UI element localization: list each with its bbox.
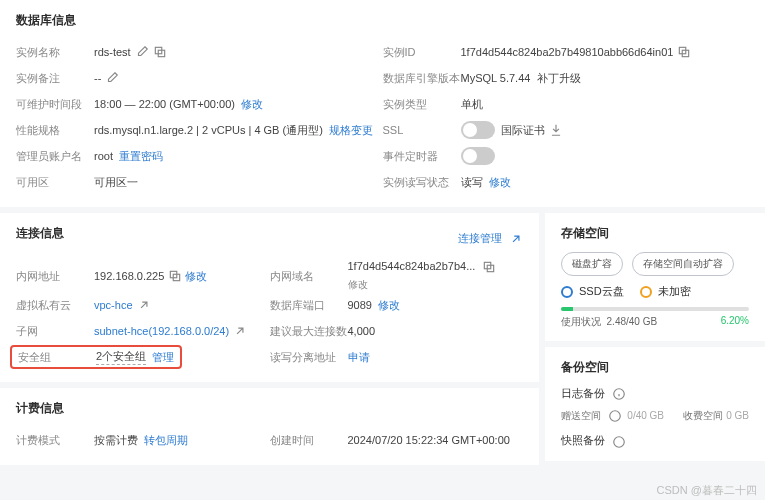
free-label: 赠送空间 [561,410,601,421]
value-remark: -- [94,72,101,84]
reset-password-link[interactable]: 重置密码 [119,149,163,164]
usage-percent: 6.20% [721,315,749,329]
security-group-highlight: 安全组 2个安全组 管理 [10,345,182,369]
value-vpc[interactable]: vpc-hce [94,299,133,311]
value-rw: 读写 [461,175,483,190]
auto-expand-button[interactable]: 存储空间自动扩容 [632,252,734,276]
log-backup-label: 日志备份 [561,387,605,399]
label-spec: 性能规格 [16,123,94,138]
label-admin: 管理员账户名 [16,149,94,164]
domain-edit-link[interactable]: 修改 [348,278,497,292]
edit-icon[interactable] [105,71,119,85]
copy-icon[interactable] [153,45,167,59]
value-spec: rds.mysql.n1.large.2 | 2 vCPUs | 4 GB (通… [94,123,323,138]
rw-edit-link[interactable]: 修改 [489,175,511,190]
storage-card: 存储空间 磁盘扩容 存储空间自动扩容 SSD云盘 未加密 使用状况 2.48/4… [545,213,765,341]
backup-card: 备份空间 日志备份 赠送空间 0/40 GB 收费空间 0 GB 快照备份 [545,347,765,461]
info-icon[interactable] [612,435,626,449]
bill-switch-link[interactable]: 转包周期 [144,433,188,448]
label-engine: 数据库引擎版本 [383,71,461,86]
fast-backup-label: 快照备份 [561,434,605,446]
conn-info-card: 连接信息 连接管理 内网地址 192.168.0.225 修改 内网域名 1f7… [0,213,539,382]
value-created: 2024/07/20 15:22:34 GMT+00:00 [348,434,510,446]
copy-icon[interactable] [677,45,691,59]
copy-icon[interactable] [168,269,182,283]
value-maxconn: 4,000 [348,325,376,337]
value-maint: 18:00 — 22:00 (GMT+00:00) [94,98,235,110]
value-instance-name: rds-test [94,46,131,58]
db-info-card: 数据库信息 实例名称 rds-test 实例ID 1f7d4d544c824ba… [0,0,765,207]
value-domain: 1f7d4d544c824ba2b7b4... [348,260,476,272]
label-vpc: 虚拟私有云 [16,298,94,313]
disk-expand-button[interactable]: 磁盘扩容 [561,252,623,276]
external-icon[interactable] [137,298,151,312]
encrypt-icon [640,286,652,298]
usage-value: 2.48/40 GB [607,316,658,327]
paid-value: 0 GB [726,410,749,421]
label-billmode: 计费模式 [16,433,94,448]
label-domain: 内网域名 [270,269,348,284]
ssl-cert-link: 国际证书 [501,123,545,138]
label-type: 实例类型 [383,97,461,112]
disk-type: SSD云盘 [579,284,624,299]
value-admin: root [94,150,113,162]
value-az: 可用区一 [94,175,138,190]
usage-bar [561,307,749,311]
engine-upgrade: 补丁升级 [537,71,581,86]
copy-icon[interactable] [482,260,496,274]
maint-edit-link[interactable]: 修改 [241,97,263,112]
external-icon[interactable] [509,232,523,246]
rwsep-apply-link[interactable]: 申请 [348,350,370,365]
external-icon[interactable] [233,324,247,338]
edit-icon[interactable] [135,45,149,59]
encrypt-status: 未加密 [658,284,691,299]
db-info-title: 数据库信息 [16,12,749,29]
billing-card: 计费信息 计费模式 按需计费 转包周期 创建时间 2024/07/20 15:2… [0,388,539,465]
usage-label: 使用状况 [561,316,601,327]
label-timer: 事件定时器 [383,149,461,164]
label-sg: 安全组 [18,350,96,365]
label-port: 数据库端口 [270,298,348,313]
value-billmode: 按需计费 [94,433,138,448]
conn-title: 连接信息 [16,225,64,242]
storage-title: 存储空间 [561,225,749,242]
timer-toggle[interactable] [461,147,495,165]
value-type: 单机 [461,97,483,112]
download-icon[interactable] [549,123,563,137]
label-subnet: 子网 [16,324,94,339]
label-maint: 可维护时间段 [16,97,94,112]
label-az: 可用区 [16,175,94,190]
value-port: 9089 [348,299,372,311]
label-ssl: SSL [383,124,461,136]
disk-type-icon [561,286,573,298]
svg-point-10 [614,436,625,447]
free-value: 0/40 GB [627,410,664,421]
ssl-toggle[interactable] [461,121,495,139]
value-subnet[interactable]: subnet-hce(192.168.0.0/24) [94,325,229,337]
info-icon[interactable] [612,387,626,401]
svg-point-9 [610,411,621,422]
label-remark: 实例备注 [16,71,94,86]
value-instance-id: 1f7d4d544c824ba2b7b49810abb66d64in01 [461,46,674,58]
label-rwsep: 读写分离地址 [270,350,348,365]
ip-edit-link[interactable]: 修改 [185,269,207,284]
spec-change-link[interactable]: 规格变更 [329,123,373,138]
port-edit-link[interactable]: 修改 [378,298,400,313]
info-icon[interactable] [608,409,622,423]
label-instance-id: 实例ID [383,45,461,60]
paid-label: 收费空间 [683,410,723,421]
label-created: 创建时间 [270,433,348,448]
backup-title: 备份空间 [561,359,749,376]
usage-bar-fill [561,307,573,311]
label-ip: 内网地址 [16,269,94,284]
value-sg: 2个安全组 [96,349,146,365]
conn-manage-link[interactable]: 连接管理 [458,232,502,244]
value-ip: 192.168.0.225 [94,270,164,282]
label-instance-name: 实例名称 [16,45,94,60]
billing-title: 计费信息 [16,400,523,417]
sg-manage-link[interactable]: 管理 [152,350,174,365]
label-rw: 实例读写状态 [383,175,461,190]
label-maxconn: 建议最大连接数 [270,324,348,339]
value-engine: MySQL 5.7.44 [461,72,531,84]
